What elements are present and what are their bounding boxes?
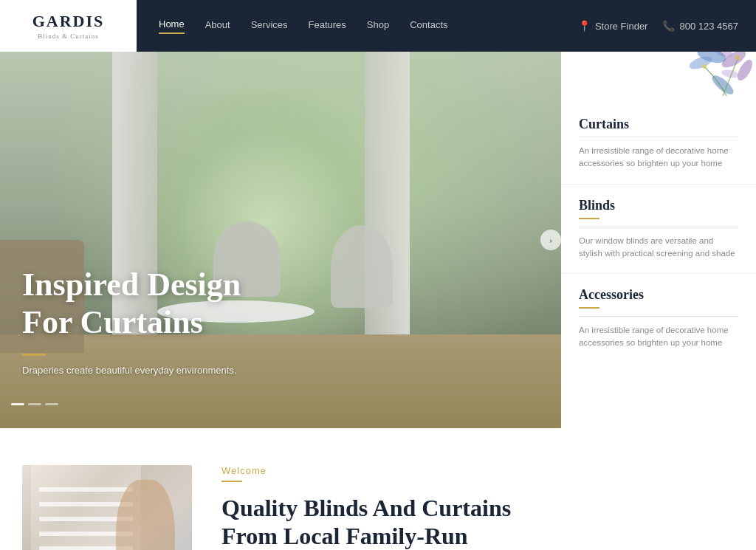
sidebar-curtains[interactable]: Curtains An irresistible range of decora… (561, 103, 756, 185)
dot-1[interactable] (11, 403, 24, 405)
blinds-desc: Our window blinds are versatile and styl… (579, 235, 738, 261)
phone-number[interactable]: 📞 800 123 4567 (662, 20, 738, 32)
bottom-section: Welcome Quality Blinds And Curtains From… (0, 428, 756, 550)
bottom-image-col (22, 465, 192, 550)
headline-line2: From Local Family-Run (221, 523, 468, 549)
nav-services[interactable]: Services (251, 19, 288, 33)
curtains-desc: An irresistible range of decorative home… (579, 145, 738, 171)
nav-features[interactable]: Features (309, 19, 346, 33)
blinds-title: Blinds (579, 198, 738, 213)
sidebar-blinds[interactable]: Blinds Our window blinds are versatile a… (561, 185, 756, 275)
hero-image: Inspired DesignFor Curtains Draperies cr… (0, 52, 561, 428)
hero-sidebar: Curtains An irresistible range of decora… (561, 52, 756, 428)
hero-subtext: Draperies create beautiful everyday envi… (22, 365, 241, 376)
accessories-accent (579, 307, 599, 309)
slider-next-arrow[interactable]: › (540, 230, 561, 250)
nav-links: Home About Services Features Shop Contac… (137, 18, 578, 34)
hero-section: Inspired DesignFor Curtains Draperies cr… (0, 52, 756, 428)
location-icon: 📍 (578, 20, 591, 32)
blinds-divider (579, 227, 738, 227)
sidebar-accessories[interactable]: Accessories An irresistible range of dec… (561, 274, 756, 363)
phone-label: 800 123 4567 (679, 21, 738, 32)
dot-3[interactable] (45, 403, 58, 405)
navbar: GARDIS Blinds & Curtains Home About Serv… (0, 0, 756, 52)
headline-line1: Quality Blinds And Curtains (221, 495, 511, 521)
store-finder[interactable]: 📍 Store Finder (578, 20, 648, 32)
curtains-divider (579, 137, 738, 137)
brand-name: GARDIS (32, 12, 105, 31)
curtains-title: Curtains (579, 117, 738, 132)
floral-svg (608, 44, 756, 103)
hero-text-block: Inspired DesignFor Curtains Draperies cr… (22, 267, 241, 375)
accessories-desc: An irresistible range of decorative home… (579, 324, 738, 350)
bottom-text: Welcome Quality Blinds And Curtains From… (221, 465, 734, 550)
slider-dots (11, 403, 58, 405)
nav-contacts[interactable]: Contacts (410, 19, 447, 33)
welcome-label: Welcome (221, 465, 734, 476)
hero-headline: Inspired DesignFor Curtains (22, 267, 241, 341)
store-finder-label: Store Finder (595, 21, 648, 32)
svg-point-8 (735, 55, 740, 61)
nav-shop[interactable]: Shop (367, 19, 389, 33)
nav-actions: 📍 Store Finder 📞 800 123 4567 (578, 20, 756, 32)
phone-icon: 📞 (662, 20, 675, 32)
bottom-image (22, 465, 192, 550)
dot-2[interactable] (28, 403, 41, 405)
accessories-title: Accessories (579, 287, 738, 303)
welcome-headline: Quality Blinds And Curtains From Local F… (221, 494, 734, 550)
blinds-accent (579, 218, 599, 219)
hero-accent (22, 354, 46, 356)
nav-about[interactable]: About (205, 19, 230, 33)
logo[interactable]: GARDIS Blinds & Curtains (0, 0, 137, 52)
person-silhouette (116, 480, 176, 550)
nav-home[interactable]: Home (159, 18, 185, 34)
svg-point-7 (702, 64, 707, 69)
welcome-accent (221, 481, 242, 482)
brand-subtitle: Blinds & Curtains (38, 32, 99, 40)
accessories-divider (579, 316, 738, 317)
floral-decoration (608, 44, 756, 103)
chevron-right-icon: › (549, 235, 552, 246)
